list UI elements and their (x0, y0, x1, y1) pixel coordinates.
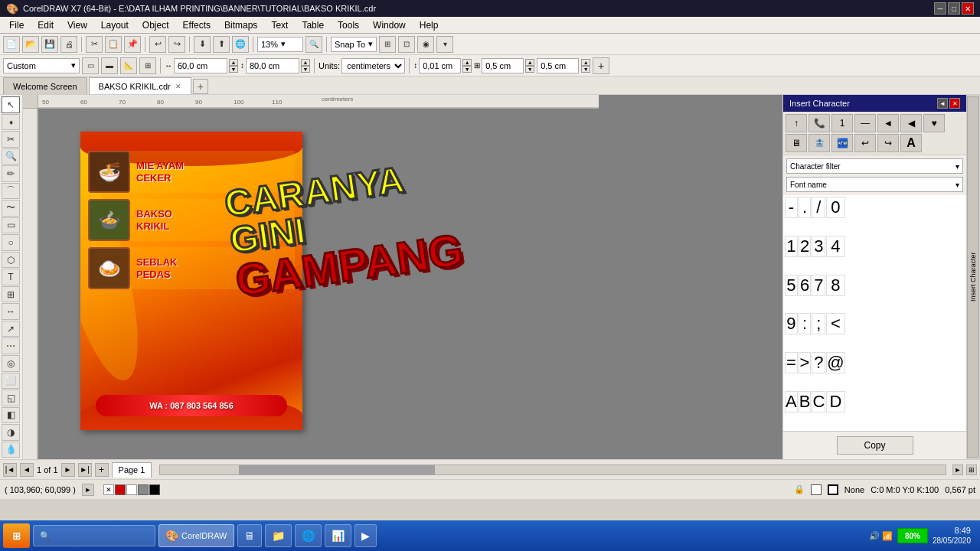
char-tb-phone[interactable]: 📞 (808, 114, 830, 132)
add-page-btn[interactable]: + (593, 57, 609, 74)
taskbar-chrome[interactable]: 🌐 (295, 524, 322, 547)
tool-zoom[interactable]: 🔍 (2, 148, 20, 165)
char-cell-at[interactable]: @ (826, 352, 844, 373)
undo-button[interactable]: ↩ (149, 36, 166, 53)
char-cell-9[interactable]: 9 (785, 313, 798, 334)
char-cell-q[interactable]: ? (812, 352, 825, 373)
canvas-area[interactable]: 50 60 70 80 90 100 110 centimeters (23, 95, 782, 459)
panel-close-button[interactable]: ✕ (949, 98, 960, 109)
menu-view[interactable]: View (61, 18, 93, 32)
zoom-in-button[interactable]: 🔍 (305, 36, 322, 53)
canvas-white[interactable]: 🍜 MIE AYAM CEKER 🍲 BAKSO KRIKIL 🍛 SEBLAK… (38, 109, 782, 459)
menu-bitmaps[interactable]: Bitmaps (218, 18, 263, 32)
open-button[interactable]: 📂 (22, 36, 39, 53)
page-last-button[interactable]: ►| (78, 463, 92, 477)
page-next-button[interactable]: ► (61, 463, 75, 477)
page-tab[interactable]: Page 1 (112, 462, 152, 478)
tool-freehand[interactable]: ✏ (2, 165, 20, 182)
palette-red[interactable] (115, 484, 126, 495)
height-input[interactable] (246, 58, 299, 73)
search-taskbar[interactable]: 🔍 (33, 525, 155, 546)
char-cell-eq[interactable]: = (785, 352, 798, 373)
char-cell-minus[interactable]: - (785, 197, 798, 218)
char-tb-monitor[interactable]: 🖥 (786, 134, 807, 152)
palette-black[interactable] (149, 484, 160, 495)
char-cell-6[interactable]: 6 (799, 275, 812, 296)
width-up[interactable]: ▲ (229, 59, 238, 66)
palette-x[interactable]: ✕ (103, 484, 114, 495)
tool-contour[interactable]: ◎ (2, 355, 20, 372)
char-tb-1[interactable]: 1 (831, 114, 853, 132)
menu-help[interactable]: Help (413, 18, 445, 32)
char-cell-B[interactable]: B (799, 391, 812, 412)
save-button[interactable]: 💾 (41, 36, 58, 53)
char-cell-5[interactable]: 5 (785, 275, 798, 296)
height-up[interactable]: ▲ (301, 59, 310, 66)
add-page-bottom-button[interactable]: + (95, 463, 109, 477)
start-button[interactable]: ⊞ (3, 523, 30, 548)
tool-dimension[interactable]: ↔ (2, 303, 20, 320)
portrait-button[interactable]: ▭ (82, 57, 99, 74)
snap-option3[interactable]: ◉ (417, 36, 434, 53)
menu-edit[interactable]: Edit (31, 18, 60, 32)
height-down[interactable]: ▼ (301, 66, 310, 73)
tab-close-button[interactable]: ✕ (175, 83, 181, 90)
minimize-button[interactable]: ─ (934, 2, 946, 15)
dup-up[interactable]: ▲ (525, 59, 534, 66)
maximize-button[interactable]: □ (948, 2, 960, 15)
menu-table[interactable]: Table (296, 18, 330, 32)
landscape-button[interactable]: ▬ (101, 57, 118, 74)
zoom-fit-button[interactable]: ⊞ (966, 465, 977, 475)
page-size-button[interactable]: 📐 (120, 57, 137, 74)
tool-ellipse[interactable]: ○ (2, 234, 20, 251)
tool-artistic[interactable]: 〜 (2, 200, 20, 217)
palette-gray[interactable] (138, 484, 149, 495)
horizontal-scrollbar[interactable] (159, 465, 946, 475)
tool-transparency[interactable]: ◑ (2, 424, 20, 441)
tool-text[interactable]: T (2, 269, 20, 285)
tool-bezier[interactable]: ⌒ (2, 183, 20, 200)
width-input[interactable] (174, 58, 227, 73)
palette-white[interactable] (126, 484, 137, 495)
menu-layout[interactable]: Layout (95, 18, 135, 32)
menu-file[interactable]: File (3, 18, 30, 32)
char-tb-dash[interactable]: — (854, 114, 876, 132)
units-select[interactable]: centimeters inches millimeters (341, 58, 405, 73)
close-button[interactable]: ✕ (962, 2, 974, 15)
dup-down[interactable]: ▼ (525, 66, 534, 73)
snap-dropdown[interactable]: Snap To ▾ (331, 37, 377, 52)
tool-blend[interactable]: ⋯ (2, 337, 20, 354)
tool-table[interactable]: ⊞ (2, 286, 20, 303)
char-tb-atm[interactable]: 🏧 (831, 134, 853, 152)
char-cell-slash[interactable]: / (812, 197, 825, 218)
page-first-button[interactable]: |◄ (3, 463, 17, 477)
char-tb-large-A[interactable]: A (900, 134, 922, 152)
char-cell-7[interactable]: 7 (812, 275, 825, 296)
char-cell-semicolon[interactable]: ; (812, 313, 825, 334)
nudge-input[interactable] (419, 58, 461, 73)
char-cell-2[interactable]: 2 (799, 236, 812, 257)
copy-button[interactable]: 📋 (105, 36, 122, 53)
tool-envelope[interactable]: ⬜ (2, 373, 20, 390)
redo-button[interactable]: ↪ (168, 36, 185, 53)
char-cell-A[interactable]: A (785, 391, 798, 412)
char-cell-C[interactable]: C (812, 391, 825, 412)
panel-back-button[interactable]: ◄ (937, 98, 948, 109)
tool-extrude[interactable]: ◱ (2, 390, 20, 406)
copy-char-button[interactable]: Copy (837, 436, 913, 455)
preset-dropdown[interactable]: Custom ▾ (3, 58, 80, 73)
snap-option2[interactable]: ⊡ (398, 36, 415, 53)
taskbar-video[interactable]: ▶ (354, 524, 377, 547)
taskbar-app3[interactable]: 📁 (265, 524, 292, 547)
tool-polygon[interactable]: ⬡ (2, 252, 20, 269)
char-cell-4[interactable]: 4 (826, 236, 844, 257)
snap-option1[interactable]: ⊞ (379, 36, 396, 53)
char-tb-return[interactable]: ↩ (854, 134, 876, 152)
char-tb-arrow-left2[interactable]: ◀ (900, 114, 922, 132)
tool-shadow[interactable]: ◧ (2, 407, 20, 424)
char-font-dropdown[interactable]: Font name▾ (786, 177, 963, 192)
char-cell-3[interactable]: 3 (812, 236, 825, 257)
char-tb-arrow-left[interactable]: ◄ (877, 114, 899, 132)
menu-effects[interactable]: Effects (177, 18, 217, 32)
menu-object[interactable]: Object (136, 18, 175, 32)
